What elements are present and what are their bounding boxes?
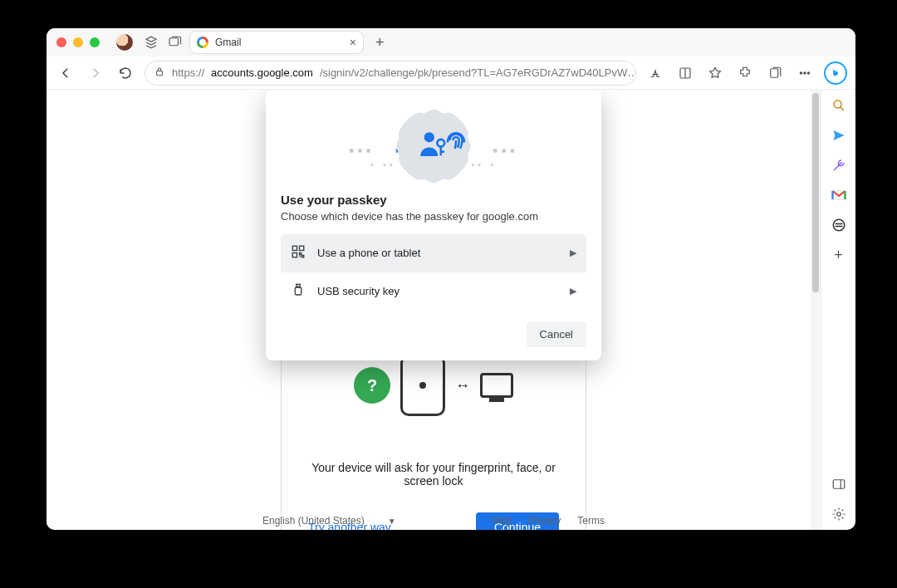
- more-menu-button[interactable]: [794, 62, 816, 84]
- search-icon[interactable]: [830, 96, 848, 115]
- reader-mode-icon[interactable]: [674, 62, 696, 84]
- fingerprint-icon: [444, 128, 468, 156]
- browser-sidebar: +: [821, 90, 855, 530]
- page-viewport: ? ↔ Your device will ask for your finger…: [47, 90, 821, 530]
- signin-card: ? ↔ Your device will ask for your finger…: [281, 339, 586, 530]
- decoration-dots-icon: •••: [349, 143, 375, 160]
- gmail-icon[interactable]: [830, 186, 848, 204]
- desktop-icon: [480, 373, 513, 398]
- toolbar: https:// accounts.google.com /signin/v2/…: [47, 56, 855, 90]
- option-label: Use a phone or tablet: [317, 247, 420, 259]
- google-favicon-icon: [197, 37, 208, 48]
- svg-rect-13: [295, 287, 301, 295]
- decoration-dots-icon: •••: [493, 143, 518, 160]
- svg-rect-0: [169, 38, 179, 46]
- page-footer: English (United States) ▼ Help Privacy T…: [259, 510, 608, 530]
- arrow-icon: ↔: [455, 377, 470, 394]
- svg-point-14: [834, 100, 841, 108]
- pickaxe-icon[interactable]: [830, 156, 848, 174]
- passkey-illustration: ••• • •• *** ••• •• •: [281, 105, 586, 188]
- svg-point-15: [833, 219, 845, 231]
- option-label: USB security key: [317, 285, 399, 297]
- burger-icon[interactable]: [830, 216, 848, 234]
- refresh-button[interactable]: [115, 62, 136, 84]
- profile-avatar[interactable]: [116, 34, 133, 51]
- url-domain: accounts.google.com: [211, 66, 313, 79]
- decoration-dots-icon: •• •: [471, 159, 497, 169]
- footer-help-link[interactable]: Help: [491, 515, 512, 527]
- workspaces-icon[interactable]: [143, 34, 159, 51]
- forward-button[interactable]: [85, 62, 106, 84]
- svg-rect-11: [292, 253, 297, 257]
- language-selector[interactable]: English (United States) ▼: [262, 515, 396, 527]
- titlebar: Gmail × +: [47, 28, 855, 56]
- signin-message: Your device will ask for your fingerprin…: [308, 461, 559, 488]
- modal-subtitle: Choose which device has the passkey for …: [281, 210, 586, 223]
- close-window-button[interactable]: [56, 37, 66, 47]
- address-bar[interactable]: https:// accounts.google.com /signin/v2/…: [145, 61, 636, 86]
- extensions-icon[interactable]: [734, 62, 756, 84]
- decoration-dots-icon: • ••: [370, 159, 396, 169]
- lock-icon: [154, 66, 165, 80]
- phone-icon: [400, 355, 445, 416]
- content-area: ? ↔ Your device will ask for your finger…: [47, 90, 855, 530]
- chevron-right-icon: ▶: [570, 286, 576, 296]
- svg-rect-3: [771, 68, 778, 77]
- new-tab-button[interactable]: +: [370, 34, 390, 51]
- send-icon[interactable]: [830, 126, 848, 145]
- url-prefix: https://: [172, 66, 204, 79]
- signin-illustration: ? ↔: [354, 355, 513, 416]
- svg-point-5: [804, 71, 806, 73]
- svg-point-4: [800, 71, 801, 73]
- svg-point-7: [424, 132, 434, 142]
- option-phone-or-tablet[interactable]: Use a phone or tablet ▶: [281, 234, 586, 272]
- scrollbar-thumb[interactable]: [812, 93, 819, 292]
- settings-gear-icon[interactable]: [830, 505, 848, 523]
- collections-icon[interactable]: [764, 62, 786, 84]
- caret-down-icon: ▼: [388, 517, 396, 526]
- minimize-window-button[interactable]: [73, 37, 83, 47]
- maximize-window-button[interactable]: [90, 37, 100, 47]
- passkey-options: Use a phone or tablet ▶ USB security key…: [281, 234, 586, 310]
- svg-rect-9: [292, 246, 297, 250]
- add-sidebar-button[interactable]: +: [830, 246, 848, 264]
- cancel-button[interactable]: Cancel: [527, 321, 586, 347]
- bing-chat-button[interactable]: [824, 61, 847, 85]
- chevron-right-icon: ▶: [570, 247, 576, 258]
- browser-window: Gmail × + https:// accounts.google.com /…: [47, 28, 855, 530]
- svg-point-17: [836, 512, 841, 517]
- tab-overview-icon[interactable]: [166, 34, 183, 51]
- svg-rect-10: [300, 246, 304, 250]
- passkey-modal: ••• • •• *** ••• •• • Use your passkey C…: [266, 90, 601, 360]
- svg-rect-16: [833, 480, 845, 489]
- tab-close-button[interactable]: ×: [350, 37, 356, 48]
- tab-gmail[interactable]: Gmail ×: [189, 31, 364, 54]
- sidebar-toggle-icon[interactable]: [830, 475, 848, 493]
- modal-title: Use your passkey: [281, 193, 586, 207]
- footer-terms-link[interactable]: Terms: [577, 515, 605, 527]
- back-button[interactable]: [55, 62, 76, 84]
- tab-title: Gmail: [215, 37, 241, 48]
- qr-code-icon: [291, 244, 306, 262]
- footer-privacy-link[interactable]: Privacy: [528, 515, 561, 527]
- checkmark-badge-icon: ?: [354, 367, 390, 404]
- svg-point-6: [807, 71, 809, 73]
- usb-key-icon: [291, 282, 306, 300]
- url-path: /signin/v2/challenge/pk/presend?TL=AG7eR…: [320, 66, 636, 79]
- language-label: English (United States): [262, 515, 365, 527]
- option-usb-security-key[interactable]: USB security key ▶: [281, 272, 586, 310]
- read-aloud-icon[interactable]: [645, 62, 666, 84]
- svg-rect-1: [157, 71, 163, 75]
- favorite-icon[interactable]: [704, 62, 726, 84]
- vertical-scrollbar[interactable]: [811, 90, 821, 530]
- window-controls: [56, 37, 100, 47]
